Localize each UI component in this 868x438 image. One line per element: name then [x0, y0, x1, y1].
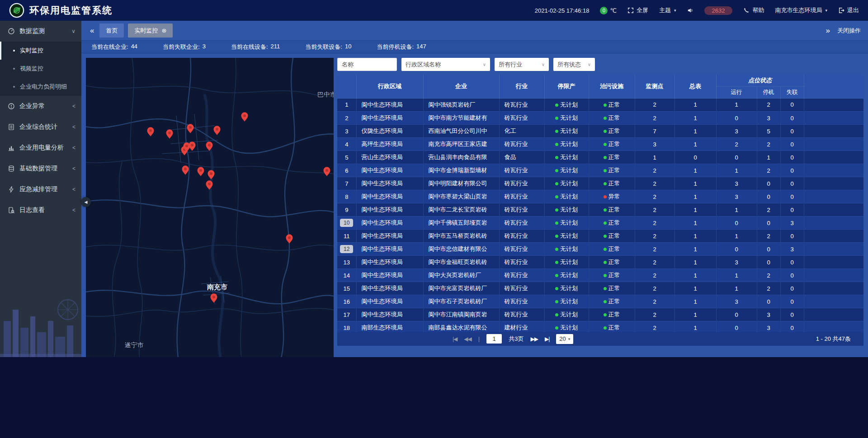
status-dot [555, 182, 558, 185]
status-dot [604, 195, 607, 198]
org-dropdown[interactable]: 南充市生态环境局 ▾ [775, 6, 827, 14]
cell-lost: 0 [780, 256, 804, 269]
table-row[interactable]: 15阆中生态环境局阆中市光富页岩机砖厂砖瓦行业无计划正常21120 [337, 282, 863, 295]
status-dot [555, 326, 558, 330]
table-body-viewport[interactable]: 1阆中生态环境局阆中强锐页岩砖厂砖瓦行业无计划正常211202阆中生态环境局阆中… [337, 99, 863, 332]
app-logo-icon [9, 3, 24, 18]
cell-company: 阆中市南方节能建材有 [423, 112, 499, 125]
chevron-left-icon: < [72, 145, 75, 151]
table-row[interactable]: 2阆中生态环境局阆中市南方节能建材有砖瓦行业无计划正常21030 [337, 112, 863, 125]
cell-filler [804, 308, 863, 321]
logout-button[interactable]: 退出 [838, 6, 859, 14]
map-panel[interactable]: 巴中市南充市遂宁市 ◀ [86, 58, 334, 357]
cell-filler [804, 269, 863, 282]
prev-page-button[interactable]: ◀◀ [464, 336, 471, 342]
page-number-input[interactable] [486, 334, 502, 344]
col-company: 企业 [423, 75, 499, 98]
table-row[interactable]: 10阆中生态环境局阆中千佛镇五郎垭页岩砖瓦行业无计划正常21003 [337, 217, 863, 230]
cell-filler [804, 164, 863, 177]
table-row[interactable]: 12阆中生态环境局阆中市忠信建材有限公砖瓦行业无计划正常21003 [337, 243, 863, 256]
sidebar-section-4[interactable]: 基础数据管理< [0, 158, 81, 179]
map-canvas[interactable]: 巴中市南充市遂宁市 [86, 58, 334, 357]
cell-company: 阆中市五马桥页岩机砖 [423, 230, 499, 243]
sidebar-section-label: 企业异常 [19, 102, 68, 110]
cell-treatment-status: 正常 [589, 321, 635, 332]
table-row[interactable]: 4高坪生态环境局南充市高坪区王家店建砖瓦行业无计划正常31220 [337, 138, 863, 151]
cell-stopped: 2 [757, 282, 780, 295]
reduce-icon [8, 186, 15, 193]
help-button[interactable]: 帮助 [743, 6, 764, 14]
table-row[interactable]: 16阆中生态环境局阆中市石子页岩机砖厂砖瓦行业无计划正常21300 [337, 295, 863, 308]
sidebar-section-5[interactable]: 应急减排管理< [0, 179, 81, 200]
tabs-scroll-right-icon[interactable]: » [825, 27, 831, 34]
sidebar-section-2[interactable]: 企业综合统计< [0, 117, 81, 137]
chevron-down-icon: ∨ [542, 62, 545, 67]
city-label: 南充市 [207, 283, 227, 291]
cell-running: 3 [716, 125, 757, 138]
tab-home[interactable]: 首页 [99, 24, 124, 38]
table-row[interactable]: 13阆中生态环境局阆中市金福旺页岩机砖砖瓦行业无计划正常21300 [337, 256, 863, 269]
sound-button[interactable] [687, 7, 693, 14]
cell-index: 2 [337, 112, 356, 125]
sidebar-subitem[interactable]: 实时监控 [0, 42, 81, 60]
sidebar-section-6[interactable]: 日志查看< [0, 200, 81, 221]
cell-filler [804, 256, 863, 269]
table-row[interactable]: 11阆中生态环境局阆中市五马桥页岩机砖砖瓦行业无计划正常21120 [337, 230, 863, 243]
total-pages-label: 共3页 [509, 335, 524, 343]
city-label: 遂宁市 [125, 341, 144, 349]
stat-label: 当前在线设备: [231, 43, 268, 51]
sidebar-subitem[interactable]: 视频监控 [0, 60, 81, 78]
table-body: 1阆中生态环境局阆中强锐页岩砖厂砖瓦行业无计划正常211202阆中生态环境局阆中… [337, 99, 863, 332]
theme-dropdown[interactable]: 主题 ▾ [659, 6, 676, 14]
status-dot [555, 274, 558, 277]
table-row[interactable]: 9阆中生态环境局阆中市二龙长宝页岩砖砖瓦行业无计划正常21120 [337, 203, 863, 217]
region-filter-select[interactable]: 行政区域名称 ∨ [401, 58, 490, 71]
stat-item: 当前在线设备:211 [231, 43, 280, 51]
sidebar-section-1[interactable]: 企业异常< [0, 96, 81, 117]
cell-company: 阆中市金福旺页岩机砖 [423, 256, 499, 269]
table-row[interactable]: 18南部生态环境局南部县鑫达水泥有限公建材行业无计划正常21030 [337, 321, 863, 332]
sidebar-section-0[interactable]: 数据监测∨ [0, 21, 81, 42]
cell-industry: 砖瓦行业 [499, 256, 544, 269]
name-filter-input[interactable] [337, 58, 397, 71]
table-row[interactable]: 8阆中生态环境局阆中市枣碧大梁山页岩砖瓦行业无计划异常21300 [337, 190, 863, 203]
stat-value: 10 [345, 43, 351, 51]
cell-region: 阆中生态环境局 [356, 190, 423, 203]
notice-count-badge[interactable]: 2632 [704, 6, 733, 15]
close-tab-icon[interactable]: ⊗ [161, 27, 166, 34]
sidebar-section-3[interactable]: 企业用电量分析< [0, 137, 81, 158]
status-dot [555, 248, 558, 251]
app-title: 环保用电监管系统 [29, 4, 113, 17]
status-filter-select[interactable]: 所有状态 ∨ [553, 58, 595, 71]
sidebar-subitem[interactable]: 企业电力负荷明细 [0, 78, 81, 96]
table-row[interactable]: 6阆中生态环境局阆中市金博瑞新型墙材砖瓦行业无计划正常21120 [337, 164, 863, 177]
table-row[interactable]: 17阆中生态环境局阆中市江南镇阆南页岩砖瓦行业无计划正常21030 [337, 308, 863, 321]
last-page-button[interactable]: ▶| [545, 336, 549, 342]
cell-region: 高坪生态环境局 [356, 138, 423, 151]
table-row[interactable]: 5营山生态环境局营山县润丰肉食品有限食品无计划正常10010 [337, 151, 863, 164]
tabs-scroll-left-icon[interactable]: « [89, 27, 95, 34]
cell-industry: 建材行业 [499, 321, 544, 332]
index-badge: 10 [340, 219, 353, 227]
page-size-select[interactable]: 20 ▾ [556, 334, 573, 344]
table-row[interactable]: 1阆中生态环境局阆中强锐页岩砖厂砖瓦行业无计划正常21120 [337, 99, 863, 112]
bullet-icon [13, 50, 15, 52]
table-row[interactable]: 3仪陇生态环境局西南油气田分公司川中化工无计划正常71350 [337, 125, 863, 138]
cell-monitor-points: 2 [635, 243, 675, 256]
table-row[interactable]: 7阆中生态环境局阆中明阳建材有限公司砖瓦行业无计划正常21300 [337, 177, 863, 190]
pager-divider: | [478, 335, 480, 342]
cell-industry: 化工 [499, 125, 544, 138]
next-page-button[interactable]: ▶▶ [530, 336, 538, 342]
first-page-button[interactable]: |◀ [453, 336, 457, 342]
col-stop-status: 停限产 [544, 75, 589, 98]
fullscreen-button[interactable]: 全屏 [627, 6, 648, 14]
map-collapse-button[interactable]: ◀ [81, 197, 91, 207]
table-row[interactable]: 14阆中生态环境局阆中大兴页岩机砖厂砖瓦行业无计划正常21120 [337, 269, 863, 282]
close-operations-button[interactable]: 关闭操作 [837, 27, 861, 35]
cell-running: 0 [716, 151, 757, 164]
cell-industry: 砖瓦行业 [499, 177, 544, 190]
industry-filter-select[interactable]: 所有行业 ∨ [495, 58, 549, 71]
cell-lost: 0 [780, 112, 804, 125]
temperature: 0 ℃ [600, 7, 617, 14]
tab-realtime-monitor[interactable]: 实时监控 ⊗ [128, 24, 173, 38]
